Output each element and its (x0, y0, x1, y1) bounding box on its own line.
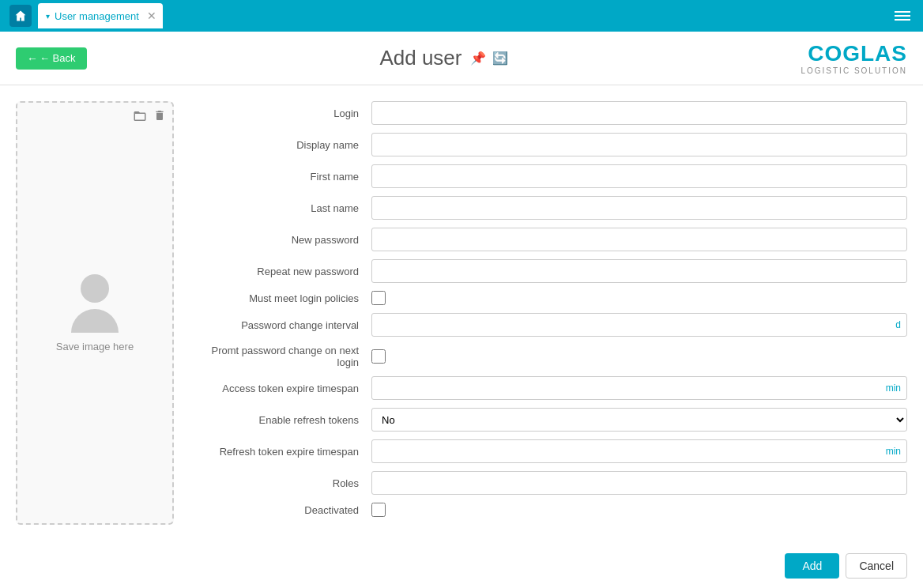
save-image-text: Save image here (56, 341, 134, 352)
last-name-label: Last name (198, 202, 371, 214)
topbar: ▾ User management ✕ (0, 0, 923, 32)
enable-refresh-row: Enable refresh tokens No Yes (198, 408, 907, 432)
title-actions: 📌 🔄 (470, 51, 508, 66)
deactivated-label: Deactivated (198, 504, 371, 516)
roles-label: Roles (198, 477, 371, 489)
cancel-button[interactable]: Cancel (846, 553, 907, 579)
login-label: Login (198, 107, 371, 119)
avatar-placeholder (71, 274, 119, 333)
chevron-icon: ▾ (46, 12, 50, 21)
trash-icon[interactable] (153, 109, 166, 126)
access-token-row: Access token expire timespan min (198, 376, 907, 400)
access-token-label: Access token expire timespan (198, 383, 371, 394)
display-name-row: Display name (198, 133, 907, 156)
image-actions (133, 109, 166, 126)
refresh-token-input[interactable] (371, 439, 907, 463)
repeat-password-input[interactable] (371, 259, 907, 283)
page-title: Add user (379, 46, 462, 70)
new-password-input[interactable] (371, 228, 907, 251)
enable-refresh-select[interactable]: No Yes (371, 408, 907, 432)
refresh-token-row: Refresh token expire timespan min (198, 439, 907, 463)
first-name-input[interactable] (371, 164, 907, 188)
refresh-icon[interactable]: 🔄 (492, 51, 508, 66)
repeat-password-row: Repeat new password (198, 259, 907, 283)
roles-row: Roles (198, 471, 907, 495)
password-change-interval-label: Password change interval (198, 319, 371, 331)
first-name-label: First name (198, 171, 371, 183)
login-input[interactable] (371, 101, 907, 125)
deactivated-checkbox[interactable] (371, 503, 386, 517)
display-name-label: Display name (198, 139, 371, 151)
must-meet-login-label: Must meet login policies (198, 292, 371, 304)
access-token-input[interactable] (371, 376, 907, 400)
password-change-interval-input[interactable] (371, 313, 907, 337)
refresh-token-label: Refresh token expire timespan (198, 446, 371, 458)
back-button[interactable]: ← ← Back (16, 47, 87, 70)
form-area: Login Display name First name Last name … (198, 101, 907, 525)
roles-input[interactable] (371, 471, 907, 495)
add-button[interactable]: Add (785, 553, 839, 579)
footer-buttons: Add Cancel (0, 541, 923, 588)
logo-subtitle: LOGISTIC SOLUTION (801, 66, 907, 75)
main-layout: Save image here Login Display name First… (0, 85, 923, 541)
password-change-interval-wrapper: d (371, 313, 907, 337)
avatar-head (81, 274, 109, 303)
display-name-input[interactable] (371, 133, 907, 156)
must-meet-login-row: Must meet login policies (198, 291, 907, 305)
header-bar: ← ← Back Add user 📌 🔄 COGLAS LOGISTIC SO… (0, 32, 923, 85)
home-button[interactable] (9, 5, 32, 27)
promt-password-row: Promt password change on next login (198, 345, 907, 368)
new-password-label: New password (198, 234, 371, 246)
password-change-interval-row: Password change interval d (198, 313, 907, 337)
access-token-wrapper: min (371, 376, 907, 400)
back-button-label: ← Back (40, 52, 76, 64)
promt-password-label: Promt password change on next login (198, 345, 371, 368)
must-meet-login-checkbox[interactable] (371, 291, 386, 305)
avatar-body (71, 309, 119, 333)
user-management-tab[interactable]: ▾ User management ✕ (38, 3, 163, 28)
pin-icon[interactable]: 📌 (470, 51, 486, 66)
refresh-token-wrapper: min (371, 439, 907, 463)
hamburger-menu-button[interactable] (891, 8, 914, 24)
last-name-row: Last name (198, 196, 907, 220)
first-name-row: First name (198, 164, 907, 188)
deactivated-row: Deactivated (198, 503, 907, 517)
close-tab-icon[interactable]: ✕ (147, 10, 156, 21)
back-arrow-icon: ← (27, 52, 38, 65)
tab-label: User management (55, 10, 139, 22)
content-area: ← ← Back Add user 📌 🔄 COGLAS LOGISTIC SO… (0, 32, 923, 588)
logo-area: COGLAS LOGISTIC SOLUTION (801, 41, 907, 75)
new-password-row: New password (198, 228, 907, 251)
folder-open-icon[interactable] (133, 109, 147, 126)
page-title-area: Add user 📌 🔄 (87, 46, 801, 70)
promt-password-checkbox[interactable] (371, 349, 386, 364)
last-name-input[interactable] (371, 196, 907, 220)
image-upload-area: Save image here (16, 101, 174, 525)
login-row: Login (198, 101, 907, 125)
logo-coglas: COGLAS (801, 41, 907, 66)
repeat-password-label: Repeat new password (198, 266, 371, 277)
enable-refresh-label: Enable refresh tokens (198, 414, 371, 426)
